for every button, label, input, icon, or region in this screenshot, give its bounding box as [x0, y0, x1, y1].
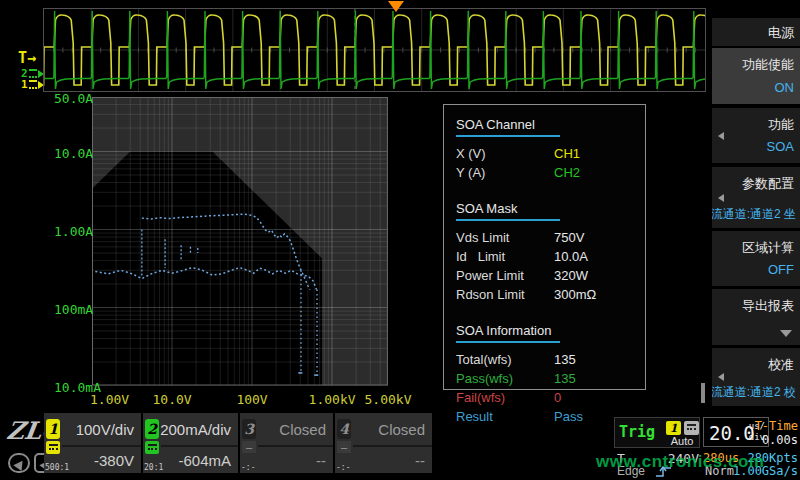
- sidebar-item-function-enable[interactable]: 功能使能 ON: [712, 48, 800, 104]
- sidebar-item-power[interactable]: 电源: [712, 18, 800, 46]
- power-limit-value: 320W: [554, 268, 588, 283]
- ch1-badge: 1: [46, 419, 60, 439]
- dropdown-down-arrow-icon: [780, 330, 792, 337]
- ch4-badge: 4: [337, 419, 351, 439]
- underline: [456, 341, 560, 343]
- soa-plot: [92, 97, 390, 387]
- t-time-label: T-Time: [755, 419, 798, 433]
- y-tick-label: 10.0A: [54, 147, 88, 160]
- underline: [456, 219, 560, 221]
- submenu-left-arrow-icon: [718, 373, 724, 381]
- id-limit-label: Id Limit: [456, 249, 554, 264]
- ch1-probe-ratio: 500:1: [45, 463, 69, 472]
- sidebar-item-area-calc[interactable]: 区域计算 OFF: [712, 231, 800, 286]
- channel-1-block[interactable]: 1 500:1 100V/div -380V: [44, 413, 141, 473]
- ch2-dc-coupling-icon: [145, 441, 159, 454]
- total-wfs-label: Total(wfs): [456, 352, 554, 367]
- ch3-badge: 3: [242, 419, 256, 439]
- x-channel-value: CH1: [554, 146, 580, 161]
- ch4-probe-ratio: -:-: [336, 463, 350, 472]
- ch2-probe-ratio: 20:1: [144, 463, 163, 472]
- oscilloscope-screen: T→ 2 1 50.0A10.0A1.00A100mA10.0mA 1.00V1…: [0, 0, 800, 480]
- function-mode: SOA: [767, 139, 794, 154]
- sidebar-item-function[interactable]: 功能 SOA: [712, 108, 800, 163]
- rdson-limit-value: 300mΩ: [554, 287, 596, 302]
- ch2-dc-coupling-icon: [29, 69, 37, 78]
- fail-wfs-label: Fail(wfs): [456, 390, 554, 405]
- divider: [353, 445, 432, 447]
- function-enable-state: ON: [775, 80, 795, 95]
- channel-2-block[interactable]: 2 20:1 200mA/div -604mA: [143, 413, 238, 473]
- area-calc-state: OFF: [768, 262, 794, 277]
- sidebar-scrollbar-thumb[interactable]: [701, 383, 705, 403]
- trigger-coupling-icon: [684, 421, 699, 435]
- waveform-preview-svg: [44, 9, 705, 91]
- sidebar-item-export-report[interactable]: 导出报表: [712, 289, 800, 345]
- trigger-level-marker[interactable]: T→: [18, 51, 36, 66]
- ch2-badge: 2: [145, 419, 159, 439]
- divider: [161, 445, 238, 447]
- fail-wfs-value: 0: [554, 390, 561, 405]
- y-tick-label: 10.0mA: [54, 381, 88, 394]
- pass-wfs-value: 135: [554, 371, 576, 386]
- t-time-value: 0.00s: [762, 433, 798, 447]
- parameter-config-detail: 直流通道:通道2 坐: [712, 206, 796, 223]
- vds-limit-value: 750V: [554, 230, 584, 245]
- ch2-scale: 200mA/div: [160, 421, 231, 438]
- watermark: www.cntronics.com: [596, 452, 764, 472]
- trigger-block[interactable]: Trig 1 Auto: [614, 417, 700, 448]
- y-tick-label: 100mA: [54, 303, 88, 316]
- x-tick-label: 10.0V: [153, 393, 192, 406]
- rdson-limit-label: Rdson Limit: [456, 287, 554, 302]
- ch1-scale: 100V/div: [76, 421, 134, 438]
- trigger-mode: Auto: [663, 435, 701, 447]
- calibration-detail: 直流通道:通道2 校: [712, 384, 796, 401]
- trig-label: Trig: [619, 423, 655, 441]
- submenu-left-arrow-icon: [718, 194, 724, 202]
- pass-wfs-label: Pass(wfs): [456, 371, 554, 386]
- trigger-position-marker-icon[interactable]: [388, 1, 404, 12]
- divider: [62, 445, 141, 447]
- id-limit-value: 10.0A: [554, 249, 588, 264]
- total-wfs-value: 135: [554, 352, 576, 367]
- ch3-probe-ratio: -:-: [241, 463, 255, 472]
- result-value: Pass: [554, 409, 583, 424]
- vds-limit-label: Vds Limit: [456, 230, 554, 245]
- waveform-preview-strip: [43, 8, 706, 92]
- ch1-offset: -380V: [94, 452, 134, 469]
- soa-information-title: SOA Information: [456, 320, 633, 341]
- power-limit-label: Power Limit: [456, 268, 554, 283]
- ch3-state: Closed: [279, 421, 326, 438]
- soa-channel-title: SOA Channel: [456, 114, 633, 135]
- trigger-arrow-icon: →: [27, 49, 36, 67]
- ch2-offset: -604mA: [178, 452, 231, 469]
- touch-gesture-icon-1[interactable]: [8, 453, 30, 473]
- divider: [258, 445, 333, 447]
- x-tick-label: 5.00kV: [365, 393, 412, 406]
- x-channel-label: X (V): [456, 146, 554, 161]
- channel-4-block[interactable]: 4 – -:- Closed --: [335, 413, 432, 473]
- soa-info-panel: SOA Channel X (V)CH1 Y (A)CH2 SOA Mask V…: [443, 104, 646, 390]
- ch1-ground-marker[interactable]: 1: [21, 79, 44, 90]
- submenu-left-arrow-icon: [718, 132, 724, 140]
- ch1-dc-coupling-icon: [29, 80, 37, 89]
- result-label: Result: [456, 409, 554, 424]
- x-tick-label: 1.00kV: [309, 393, 356, 406]
- trigger-level-label: T: [18, 49, 27, 67]
- channel-3-block[interactable]: 3 – -:- Closed --: [240, 413, 333, 473]
- sidebar-item-parameter-config[interactable]: 参数配置 直流通道:通道2 坐: [712, 167, 800, 228]
- x-tick-label: 100V: [236, 393, 267, 406]
- y-channel-value: CH2: [554, 165, 580, 180]
- y-channel-label: Y (A): [456, 165, 554, 180]
- y-tick-label: 1.00A: [54, 225, 88, 238]
- ch3-offset: --: [316, 452, 326, 469]
- underline: [456, 135, 560, 137]
- ch4-off-icon: –: [337, 441, 351, 453]
- ch3-off-icon: –: [242, 441, 256, 453]
- ch1-dc-coupling-icon: [46, 441, 60, 454]
- x-tick-label: 1.00V: [90, 393, 129, 406]
- ch4-offset: --: [415, 452, 425, 469]
- soa-mask-title: SOA Mask: [456, 198, 633, 219]
- sidebar-item-calibration[interactable]: 校准 直流通道:通道2 校: [712, 348, 800, 406]
- trigger-source-badge: 1: [666, 421, 681, 435]
